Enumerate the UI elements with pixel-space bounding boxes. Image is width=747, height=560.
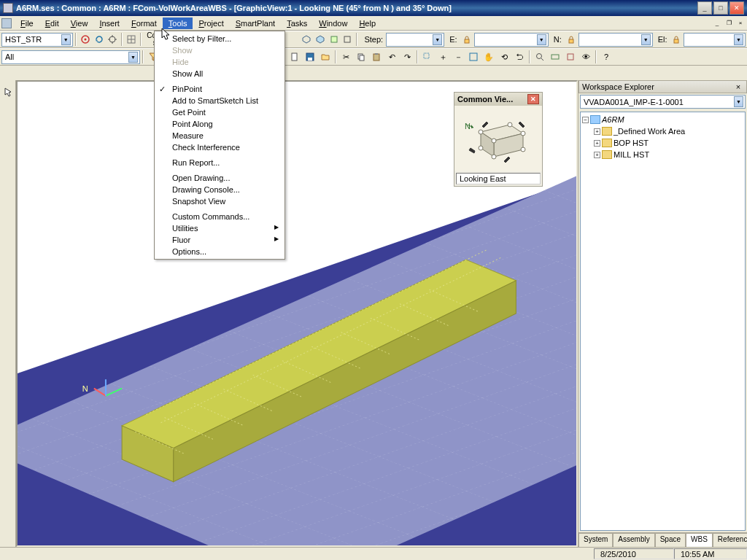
menu-item-point-along[interactable]: Point Along — [156, 118, 283, 130]
tb-rotate-icon[interactable]: ⟲ — [497, 50, 511, 64]
menu-file[interactable]: File — [15, 18, 39, 29]
tb-save-icon[interactable] — [303, 50, 317, 64]
tree-node[interactable]: +_Defined Work Area — [594, 125, 743, 137]
menu-item-show-all[interactable]: Show All — [156, 68, 283, 79]
tb-prev-icon[interactable]: ⮌ — [512, 50, 527, 64]
combo-value: All — [5, 52, 14, 61]
active-permission-combo[interactable]: HST_STR ▼ — [1, 33, 73, 47]
east-combo[interactable]: ▼ — [474, 33, 549, 47]
tab-space[interactable]: Space — [655, 533, 686, 547]
svg-rect-11 — [308, 58, 312, 61]
collapse-icon[interactable]: − — [582, 117, 589, 123]
panel-header: Workspace Explorer × — [578, 80, 747, 93]
minimize-button[interactable]: _ — [697, 1, 712, 15]
menu-item-utilities[interactable]: Utilities▶ — [156, 222, 283, 234]
view-iso1-icon[interactable] — [300, 32, 313, 47]
tb-show-icon[interactable]: 👁 — [578, 50, 593, 64]
tb-zoomarea-icon[interactable] — [420, 50, 435, 64]
tb-open-icon[interactable] — [318, 50, 333, 64]
tool-refresh-icon[interactable] — [93, 32, 106, 47]
tb-fit-icon[interactable] — [466, 50, 481, 64]
mdi-close[interactable]: × — [735, 19, 746, 28]
tool-target-icon[interactable] — [106, 32, 119, 47]
tab-assembly[interactable]: Assembly — [613, 533, 654, 547]
menu-window[interactable]: Window — [313, 18, 353, 29]
mdi-minimize[interactable]: _ — [712, 19, 722, 28]
expand-icon[interactable]: + — [594, 128, 600, 135]
tb-clip-icon[interactable] — [548, 50, 562, 64]
tree-root[interactable]: − A6RM — [582, 114, 743, 125]
close-icon[interactable]: ✕ — [527, 94, 539, 104]
lock-n-icon[interactable] — [565, 32, 578, 47]
tb-pan-icon[interactable]: ✋ — [481, 50, 496, 64]
tb-copy-icon[interactable] — [354, 50, 368, 64]
mdi-restore[interactable]: ❐ — [724, 19, 734, 28]
view-front-icon[interactable] — [341, 32, 355, 47]
north-combo[interactable]: ▼ — [578, 33, 653, 47]
tool-locate-icon[interactable] — [79, 32, 92, 47]
tab-system[interactable]: System — [578, 533, 613, 547]
folder-icon — [602, 127, 612, 136]
menu-item-measure[interactable]: Measure — [156, 130, 283, 141]
close-button[interactable]: ✕ — [729, 1, 744, 15]
tab-wbs[interactable]: WBS — [686, 533, 713, 547]
menu-item-add-to-smartsketch-list[interactable]: Add to SmartSketch List — [156, 95, 283, 106]
menu-help[interactable]: Help — [353, 18, 382, 29]
maximize-button[interactable]: □ — [713, 1, 728, 15]
menu-format[interactable]: Format — [125, 18, 163, 29]
workspace-combo[interactable]: VVADA001A_IMP-E-1-0001 ▼ — [580, 95, 746, 109]
tb-find-icon[interactable] — [533, 50, 547, 64]
tb-paste-icon[interactable] — [369, 50, 384, 64]
menu-tasks[interactable]: Tasks — [281, 18, 313, 29]
menu-item-drawing-console[interactable]: Drawing Console... — [156, 184, 283, 195]
menu-item-get-point[interactable]: Get Point — [156, 106, 283, 118]
palette-header[interactable]: Common Vie... ✕ — [454, 93, 542, 106]
menu-smartplant[interactable]: SmartPlant — [230, 18, 281, 29]
navcube-body[interactable]: N — [454, 106, 542, 171]
menu-insert[interactable]: Insert — [93, 18, 125, 29]
view-iso2-icon[interactable] — [314, 32, 327, 47]
menu-item-fluor[interactable]: Fluor▶ — [156, 234, 283, 246]
menu-tools[interactable]: Tools — [163, 18, 193, 29]
menu-item-check-interference[interactable]: Check Interference — [156, 141, 283, 153]
tool-grid-icon[interactable] — [125, 32, 138, 47]
tree-node[interactable]: +MILL HST — [594, 149, 743, 160]
workspace-tree[interactable]: − A6RM +_Defined Work Area+BOP HST+MILL … — [580, 112, 746, 531]
svg-rect-6 — [465, 39, 469, 43]
menu-project[interactable]: Project — [193, 18, 229, 29]
menu-item-select-by-filter[interactable]: Select by Filter... — [156, 33, 283, 44]
tools-menu[interactable]: Select by Filter...ShowHideShow AllPinPo… — [154, 31, 285, 260]
tb-redo-icon[interactable]: ↷ — [400, 50, 414, 64]
svg-point-52 — [492, 155, 496, 159]
view-plan-icon[interactable] — [328, 32, 341, 47]
tb-cut-icon[interactable]: ✂ — [338, 50, 353, 64]
svg-rect-14 — [374, 54, 379, 61]
menu-item-snapshot-view[interactable]: Snapshot View — [156, 195, 283, 207]
tb-help-icon[interactable]: ? — [599, 50, 614, 64]
step-combo[interactable]: ▼ — [386, 33, 444, 47]
tb-zoomout-icon[interactable]: － — [451, 50, 465, 64]
tb-zoomin-icon[interactable]: ＋ — [436, 50, 450, 64]
tree-node[interactable]: +BOP HST — [594, 137, 743, 149]
elev-combo[interactable]: ▼ — [684, 33, 746, 47]
tb-new-icon[interactable] — [287, 50, 302, 64]
tb-clip2-icon[interactable] — [563, 50, 578, 64]
common-views-palette[interactable]: Common Vie... ✕ — [454, 92, 543, 187]
menu-view[interactable]: View — [65, 18, 94, 29]
select-tool-icon[interactable] — [1, 85, 15, 99]
lock-el-icon[interactable] — [670, 32, 684, 47]
menu-edit[interactable]: Edit — [39, 18, 65, 29]
menu-item-custom-commands[interactable]: Custom Commands... — [156, 211, 283, 222]
panel-close-icon[interactable]: × — [733, 82, 743, 91]
menu-item-open-drawing[interactable]: Open Drawing... — [156, 172, 283, 184]
expand-icon[interactable]: + — [594, 140, 600, 147]
tab-reference[interactable]: Reference — [713, 533, 747, 547]
tb-undo-icon[interactable]: ↶ — [384, 50, 399, 64]
expand-icon[interactable]: + — [594, 152, 600, 158]
menu-item-run-report[interactable]: Run Report... — [156, 157, 283, 168]
menu-item-options[interactable]: Options... — [156, 246, 283, 257]
locate-filter-combo[interactable]: All ▼ — [1, 50, 140, 64]
graphic-view[interactable]: N Common Vie... ✕ — [16, 80, 578, 547]
menu-item-pinpoint[interactable]: PinPoint✓ — [156, 83, 283, 95]
lock-e-icon[interactable] — [460, 32, 473, 47]
